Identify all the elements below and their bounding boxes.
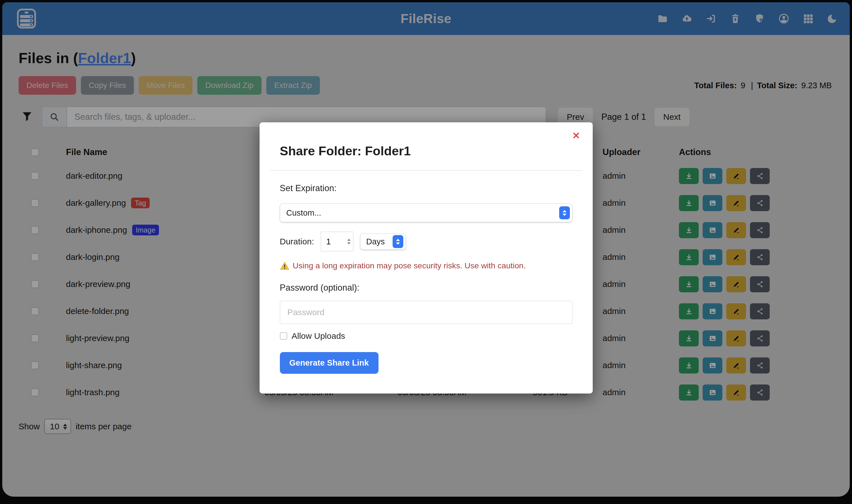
duration-row: Duration: Days	[280, 232, 573, 251]
duration-unit-select[interactable]: Days	[360, 233, 406, 250]
password-field[interactable]	[280, 301, 573, 324]
password-label: Password (optional):	[280, 283, 573, 293]
modal-divider	[270, 170, 583, 171]
close-icon[interactable]: ✕	[572, 131, 580, 140]
duration-unit-value: Days	[366, 237, 385, 246]
allow-uploads-label: Allow Uploads	[292, 331, 345, 341]
share-folder-modal: ✕ Share Folder: Folder1 Set Expiration: …	[259, 122, 593, 394]
generate-share-link-button[interactable]: Generate Share Link	[280, 352, 379, 374]
duration-label: Duration:	[280, 237, 314, 246]
select-stepper-icon	[393, 235, 403, 248]
expiration-warning: Using a long expiration may pose securit…	[280, 261, 573, 270]
select-stepper-icon	[559, 206, 570, 219]
expiration-value: Custom...	[286, 208, 321, 218]
expiration-select[interactable]: Custom...	[280, 203, 573, 222]
warning-text: Using a long expiration may pose securit…	[293, 261, 526, 270]
expiration-label: Set Expiration:	[280, 183, 573, 193]
warning-icon	[280, 261, 289, 270]
number-spinner-icon[interactable]	[347, 239, 350, 245]
modal-title: Share Folder: Folder1	[280, 144, 573, 158]
allow-uploads-row: Allow Uploads	[280, 331, 573, 341]
allow-uploads-checkbox[interactable]	[280, 332, 287, 340]
